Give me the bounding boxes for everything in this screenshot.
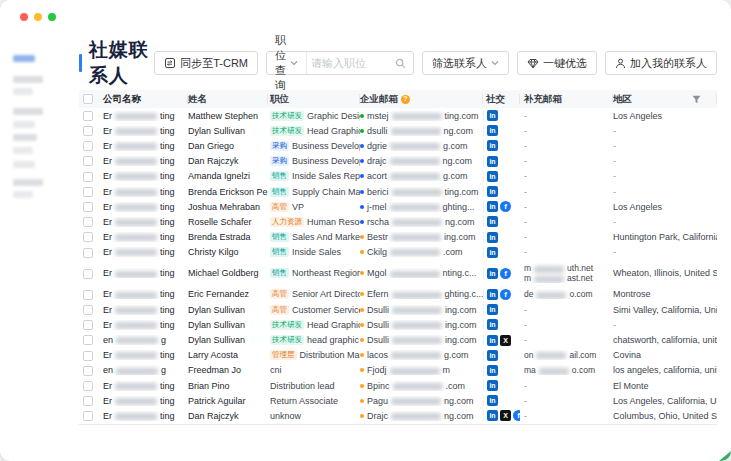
row-checkbox[interactable] bbox=[83, 172, 93, 182]
row-checkbox[interactable] bbox=[83, 217, 93, 227]
header-position: 职位 bbox=[268, 90, 360, 108]
row-checkbox[interactable] bbox=[83, 320, 93, 330]
maximize-window-button[interactable] bbox=[48, 13, 56, 21]
facebook-icon[interactable]: f bbox=[500, 201, 511, 212]
sidebar-item-blurred[interactable] bbox=[13, 55, 35, 62]
minimize-window-button[interactable] bbox=[34, 13, 42, 21]
blurred-text bbox=[392, 322, 442, 329]
linkedin-icon[interactable]: in bbox=[487, 247, 498, 258]
chevron-down-icon bbox=[290, 60, 298, 66]
filter-contacts-dropdown[interactable]: 筛选联系人 bbox=[422, 51, 509, 75]
row-checkbox[interactable] bbox=[83, 248, 93, 258]
linkedin-icon[interactable]: in bbox=[487, 125, 498, 136]
search-icon[interactable] bbox=[395, 58, 413, 69]
close-window-button[interactable] bbox=[20, 13, 28, 21]
email-status-dot bbox=[360, 159, 364, 163]
row-checkbox[interactable] bbox=[83, 232, 93, 242]
linkedin-icon[interactable]: in bbox=[487, 186, 498, 197]
page-header: 社媒联系人 同步至T-CRM 职位查询 bbox=[79, 50, 717, 76]
row-checkbox[interactable] bbox=[83, 111, 93, 121]
contact-name: Freedman Jo bbox=[188, 365, 268, 375]
row-checkbox[interactable] bbox=[83, 156, 93, 166]
question-circle-icon[interactable]: ? bbox=[401, 95, 410, 104]
email-status-dot bbox=[360, 190, 364, 194]
row-checkbox[interactable] bbox=[83, 411, 93, 421]
sidebar-item-blurred[interactable] bbox=[13, 161, 35, 168]
one-click-select-button[interactable]: 一键优选 bbox=[517, 51, 597, 75]
sync-to-tcrm-button[interactable]: 同步至T-CRM bbox=[154, 51, 258, 75]
table-row: Erting Dan Rajczyk unknow Drajcng.com in… bbox=[79, 408, 717, 423]
sidebar-item-blurred[interactable] bbox=[13, 134, 37, 141]
table-row: Erting Christy Kilgo 销售Inside Sales Ckil… bbox=[79, 245, 717, 260]
x-icon[interactable]: X bbox=[500, 410, 511, 421]
linkedin-icon[interactable]: in bbox=[487, 289, 498, 300]
select-all-checkbox[interactable] bbox=[83, 94, 93, 104]
row-checkbox[interactable] bbox=[83, 396, 93, 406]
row-checkbox[interactable] bbox=[83, 381, 93, 391]
add-to-my-contacts-button[interactable]: 加入我的联系人 bbox=[605, 51, 717, 75]
linkedin-icon[interactable]: in bbox=[487, 365, 498, 376]
linkedin-icon[interactable]: in bbox=[487, 268, 498, 279]
row-checkbox[interactable] bbox=[83, 126, 93, 136]
social-icons: in bbox=[483, 319, 520, 330]
linkedin-icon[interactable]: in bbox=[487, 395, 498, 406]
sidebar-item-blurred[interactable] bbox=[13, 147, 33, 154]
table-row: Erting Larry Acosta 管理层Distribution Mana… bbox=[79, 348, 717, 363]
linkedin-icon[interactable]: in bbox=[487, 216, 498, 227]
empty-value: - bbox=[613, 247, 616, 257]
facebook-icon[interactable]: f bbox=[500, 268, 511, 279]
company-name: Erting bbox=[99, 187, 188, 197]
sidebar-item-blurred[interactable] bbox=[13, 191, 33, 198]
sidebar-item-blurred[interactable] bbox=[13, 108, 43, 115]
position-tag: 高管 bbox=[270, 202, 289, 212]
social-icons: in bbox=[483, 350, 520, 361]
region-cell: Huntington Park, California... bbox=[613, 232, 717, 242]
row-checkbox[interactable] bbox=[83, 366, 93, 376]
social-icons: in bbox=[483, 395, 520, 406]
filter-funnel-icon[interactable] bbox=[692, 95, 701, 104]
facebook-icon[interactable]: f bbox=[513, 410, 520, 421]
linkedin-icon[interactable]: in bbox=[487, 156, 498, 167]
sidebar-item-blurred[interactable] bbox=[13, 121, 35, 128]
position-search-input[interactable] bbox=[307, 57, 395, 69]
table-header: 公司名称 姓名 职位 企业邮箱 ? 社交 补充邮箱 地区 bbox=[79, 90, 717, 108]
x-icon[interactable]: X bbox=[500, 335, 511, 346]
sidebar-item-blurred[interactable] bbox=[13, 76, 43, 83]
linkedin-icon[interactable]: in bbox=[487, 201, 498, 212]
position-query-dropdown[interactable]: 职位查询 bbox=[267, 52, 307, 74]
row-checkbox[interactable] bbox=[83, 351, 93, 361]
linkedin-icon[interactable]: in bbox=[487, 304, 498, 315]
row-checkbox[interactable] bbox=[83, 187, 93, 197]
linkedin-icon[interactable]: in bbox=[487, 140, 498, 151]
linkedin-icon[interactable]: in bbox=[487, 171, 498, 182]
position-title: Head Graphic Desig... bbox=[307, 320, 360, 330]
position-tag: 销售 bbox=[270, 268, 289, 278]
row-checkbox[interactable] bbox=[83, 305, 93, 315]
row-checkbox[interactable] bbox=[83, 202, 93, 212]
sidebar-item-blurred[interactable] bbox=[13, 179, 43, 186]
position-title: Customer Service Repre... bbox=[292, 305, 360, 315]
extra-email-cell: - bbox=[520, 320, 613, 330]
row-checkbox[interactable] bbox=[83, 269, 93, 279]
row-checkbox[interactable] bbox=[83, 290, 93, 300]
linkedin-icon[interactable]: in bbox=[487, 335, 498, 346]
facebook-icon[interactable]: f bbox=[500, 289, 511, 300]
linkedin-icon[interactable]: in bbox=[487, 232, 498, 243]
linkedin-icon[interactable]: in bbox=[487, 380, 498, 391]
email-status-dot bbox=[360, 250, 364, 254]
region-text: Los Angeles bbox=[613, 111, 662, 121]
row-checkbox[interactable] bbox=[83, 335, 93, 345]
row-checkbox[interactable] bbox=[83, 141, 93, 151]
position-tag: 技术研发 bbox=[270, 320, 304, 330]
blurred-text bbox=[391, 234, 441, 241]
extra-email: mao.com bbox=[524, 365, 609, 375]
contact-name: Dylan Sullivan bbox=[188, 335, 268, 345]
region-cell: Montrose bbox=[613, 289, 717, 299]
linkedin-icon[interactable]: in bbox=[487, 350, 498, 361]
sidebar-item-blurred[interactable] bbox=[13, 88, 33, 95]
blurred-text bbox=[115, 128, 157, 135]
linkedin-icon[interactable]: in bbox=[487, 110, 498, 121]
linkedin-icon[interactable]: in bbox=[487, 319, 498, 330]
contact-name: Brenda Estrada bbox=[188, 232, 268, 242]
linkedin-icon[interactable]: in bbox=[487, 410, 498, 421]
